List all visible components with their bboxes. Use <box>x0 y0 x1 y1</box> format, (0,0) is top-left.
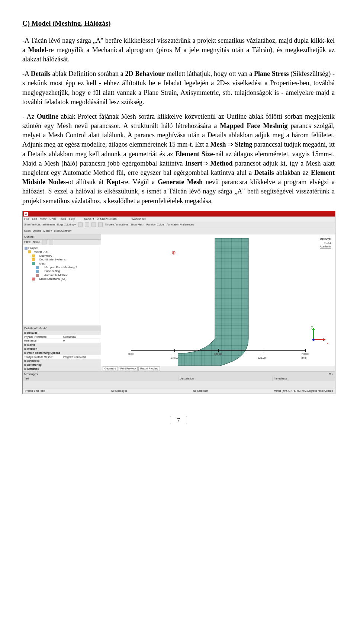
tab-geometry[interactable]: Geometry <box>103 366 118 371</box>
project-icon <box>25 247 28 250</box>
details-key: Relevance <box>23 339 62 343</box>
messages-col-text[interactable]: Text <box>23 377 179 381</box>
solve-button[interactable]: Solve ▾ <box>84 217 94 221</box>
status-help-hint: Press F1 for Help <box>25 389 45 393</box>
svg-marker-3 <box>323 338 325 341</box>
mapped-face-icon <box>36 266 39 269</box>
ansys-a-icon: A <box>24 212 28 216</box>
menu-bar[interactable]: File Edit View Units Tools Help Solve ▾ … <box>23 217 335 222</box>
details-key: Physics Preference <box>23 335 62 339</box>
status-bar: Press F1 for Help No Messages No Selecti… <box>23 388 335 394</box>
tab-print-preview[interactable]: Print Preview <box>119 366 138 371</box>
details-section[interactable]: ⊞ Defeaturing <box>23 363 101 367</box>
annotation-preferences-button[interactable]: Annotation Preferences <box>167 223 194 227</box>
menu-edit[interactable]: Edit <box>32 217 37 221</box>
tab-report-preview[interactable]: Report Preview <box>138 366 160 371</box>
face-sizing-icon <box>36 270 39 273</box>
status-no-messages: No Messages <box>111 389 127 393</box>
toolbar-icon[interactable] <box>85 222 89 227</box>
menu-tools[interactable]: Tools <box>59 217 66 221</box>
messages-title: Messages <box>24 372 38 376</box>
toolbar-icon[interactable] <box>98 222 103 227</box>
paragraph-2: -A Details ablak Definition sorában a 2D… <box>22 69 335 107</box>
details-section[interactable]: ⊞ Advanced <box>23 359 101 363</box>
ansys-logo: ANSYS R14.5 Academic <box>320 237 331 249</box>
window-titlebar[interactable]: A <box>23 211 335 217</box>
mesh-menu-button[interactable]: Mesh ▾ <box>44 229 52 233</box>
details-value[interactable]: Program Controlled <box>62 355 101 359</box>
details-key: Triangle Surface Mesher <box>23 355 62 359</box>
ansys-mechanical-screenshot: A File Edit View Units Tools Help Solve … <box>22 211 335 394</box>
section-heading: C) Model (Meshing, Hálózás) <box>22 19 335 29</box>
details-section[interactable]: ⊞ Statistics <box>23 367 101 371</box>
filter-label: Filter: <box>24 240 31 244</box>
messages-pin-icon[interactable]: ⊓ × <box>329 372 334 376</box>
filter-icon[interactable] <box>49 240 53 244</box>
display-toolbar[interactable]: Show Vertices Wireframe Edge Coloring ▾ … <box>23 222 335 228</box>
menu-help[interactable]: Help <box>69 217 75 221</box>
details-section[interactable]: ⊞ Sizing <box>23 343 101 347</box>
filter-value[interactable]: Name <box>33 240 40 244</box>
messages-col-association[interactable]: Association <box>179 377 273 381</box>
outline-tree[interactable]: Project Model (A4) Geometry Coordinate S… <box>23 245 101 326</box>
mesh-toolbar[interactable]: Mesh Update Mesh ▾ Mesh Control ▾ <box>23 228 335 234</box>
rotation-marker-icon: ⊕ <box>171 249 176 257</box>
coord-icon <box>32 258 35 261</box>
wireframe-button[interactable]: Wireframe <box>43 223 55 227</box>
show-mesh-button[interactable]: Show Mesh <box>131 223 144 227</box>
paragraph-1: -A Tácán lévő nagy sárga „A" betűre klik… <box>22 36 335 64</box>
details-value[interactable]: Mechanical <box>62 335 101 339</box>
mesh-control-button[interactable]: Mesh Control ▾ <box>54 229 72 233</box>
worksheet-button[interactable]: Worksheet <box>131 217 145 221</box>
mesh-label: Mesh <box>24 229 30 233</box>
mesh-update-button[interactable]: Update <box>33 229 41 233</box>
filter-icon[interactable] <box>42 240 46 244</box>
thicken-annotations-button[interactable]: Thicken Annotations <box>105 223 128 227</box>
details-panel-title: Details of "Mesh" <box>23 326 101 331</box>
automatic-method-icon <box>36 274 39 277</box>
messages-panel[interactable]: Messages ⊓ × Text Association Timestamp <box>23 371 335 388</box>
details-section[interactable]: ⊞ Patch Conforming Options <box>23 351 101 355</box>
menu-file[interactable]: File <box>24 217 29 221</box>
paragraph-3: - Az Outline ablak Project fájának Mesh … <box>22 112 335 206</box>
graphics-viewport[interactable]: ANSYS R14.5 Academic ⊕ <box>101 234 335 371</box>
model-icon <box>28 250 31 253</box>
menu-units[interactable]: Units <box>49 217 56 221</box>
status-units: Metric (mm, t, N, s, mV, mA) Degrees rad… <box>274 389 333 393</box>
menu-view[interactable]: View <box>40 217 46 221</box>
viewport-tabs[interactable]: Geometry Print Preview Report Preview <box>101 366 335 371</box>
show-errors-button[interactable]: ?/ Show Errors <box>97 217 117 221</box>
toolbar-icon[interactable] <box>78 222 83 227</box>
page-number: 7 <box>22 416 335 424</box>
details-section[interactable]: ⊞ Defaults <box>23 331 101 335</box>
geometry-icon <box>32 254 35 257</box>
details-section[interactable]: ⊞ Inflation <box>23 347 101 351</box>
messages-col-timestamp[interactable]: Timestamp <box>273 377 335 381</box>
static-structural-icon <box>32 278 35 281</box>
scale-ruler: 0,00 350,00 700,00 (mm) 175,00 525,00 <box>131 350 305 358</box>
outline-panel-title: Outline <box>23 234 101 240</box>
details-value[interactable]: 0 <box>62 339 101 343</box>
edge-coloring-button[interactable]: Edge Coloring ▾ <box>57 223 76 227</box>
svg-point-6 <box>312 339 315 341</box>
mesh-icon <box>32 262 35 265</box>
random-colors-button[interactable]: Random Colors <box>147 223 165 227</box>
left-pane: Outline Filter: Name Project Model (A4) … <box>23 234 101 371</box>
toolbar-icon[interactable] <box>91 222 96 227</box>
show-vertices-button[interactable]: Show Vertices <box>24 223 41 227</box>
status-no-selection: No Selection <box>193 389 208 393</box>
details-panel[interactable]: Details of "Mesh" ⊞ DefaultsPhysics Pref… <box>23 326 101 371</box>
coordinate-triad: x y <box>309 326 328 345</box>
